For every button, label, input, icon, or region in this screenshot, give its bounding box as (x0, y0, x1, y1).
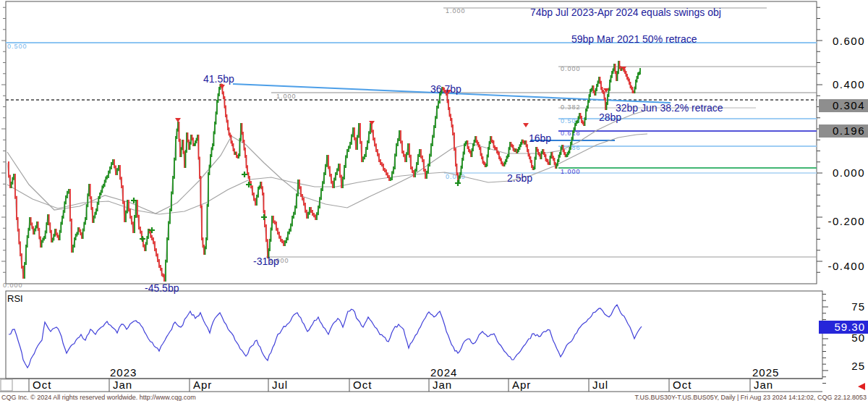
price-axis-label: 0.196 (833, 124, 865, 137)
chart-annotation[interactable]: -45.5bp (145, 282, 179, 294)
chart-annotation[interactable]: 74bp Jul 2023-Apr 2024 equals swings obj (530, 7, 721, 18)
scroll-left-arrow-icon[interactable] (858, 383, 865, 390)
year-label: 2023 (110, 366, 137, 379)
year-label: 2025 (752, 366, 779, 379)
fib-level-label[interactable]: 0.500 (7, 43, 27, 50)
status-bar: CQG Inc. © 2024 All rights reserved worl… (0, 393, 868, 401)
chart-canvas: 0.5001.0000.0001.0000.3820.5000.6180.786… (0, 0, 868, 393)
month-label: Jul (592, 379, 608, 391)
month-label: Oct (33, 379, 51, 391)
rsi-axis-label: 75 (851, 300, 865, 313)
price-axis-label: 0.600 (833, 35, 865, 47)
month-label: Jan (433, 379, 452, 391)
price-axis-label: 0.304 (833, 99, 865, 111)
price-axis[interactable]: 0.6000.4000.3040.1960.000-0.200-0.400 (1, 7, 868, 272)
chart-annotation[interactable]: 2.5bp (507, 172, 532, 184)
chart-annotation[interactable]: 32bp Jun 38.2% retrace (616, 102, 723, 114)
chart-annotation[interactable]: 36.7bp (430, 83, 461, 95)
chart-annotations[interactable]: 74bp Jul 2023-Apr 2024 equals swings obj… (145, 7, 723, 294)
fib-level-label[interactable]: 0.000 (561, 65, 581, 72)
month-label: Jan (113, 379, 132, 391)
fib-level-label[interactable]: 1.000 (276, 93, 297, 100)
copyright-text: CQG Inc. © 2024 All rights reserved worl… (0, 394, 196, 401)
panel-frames (6, 1, 822, 379)
chart-annotation[interactable]: 41.5bp (203, 73, 234, 85)
buy-plus-icon[interactable] (242, 172, 247, 177)
corner-box[interactable] (1, 379, 12, 391)
buy-plus-icon[interactable] (455, 180, 461, 186)
chart-annotation[interactable]: -31bp (253, 256, 279, 267)
fib-level-label[interactable]: 0.000 (3, 282, 23, 289)
fib-level-label[interactable]: 0.382 (561, 104, 581, 111)
rsi-current-value: 59.30 (834, 321, 865, 333)
rsi-line (9, 305, 642, 368)
month-label: Oct (673, 379, 692, 391)
price-axis-label: 0.400 (833, 78, 865, 90)
month-label: Apr (512, 379, 531, 391)
price-axis-label: -0.400 (827, 260, 865, 272)
fib-level-label[interactable]: 0.618 (561, 130, 581, 137)
year-label: 2024 (430, 366, 457, 379)
month-label: Oct (353, 379, 372, 391)
fib-and-user-lines[interactable] (6, 8, 817, 257)
price-connector (7, 62, 640, 280)
cqg-chart-window: 0.5001.0000.0001.0000.3820.5000.6180.786… (0, 0, 868, 401)
rsi-title: RSI (7, 293, 23, 304)
chart-annotation[interactable]: 59bp Mar 2021 50% retrace (571, 33, 697, 45)
fib-level-label[interactable]: 1.000 (446, 7, 466, 14)
chart-annotation[interactable]: 16bp (529, 132, 551, 144)
sell-arrow-icon[interactable] (523, 123, 529, 127)
fib-level-label[interactable]: 1.000 (561, 168, 581, 175)
x-axis[interactable]: OctJanAprJulOctJanAprJulOctJan2023202420… (0, 366, 865, 392)
month-label: Jul (272, 379, 288, 391)
symbol-session-text: T.US.BUS30Y-T.US.BUS05Y, Daily | Fri Aug… (634, 394, 868, 401)
ma-line-2 (7, 134, 647, 214)
rsi-axis-label: 25 (851, 360, 865, 372)
price-series (7, 62, 640, 280)
month-label: Jan (754, 379, 773, 391)
buy-plus-icon[interactable] (261, 214, 267, 220)
sell-arrow-icon[interactable] (175, 118, 181, 122)
chart-annotation[interactable]: 28bp (599, 111, 621, 123)
buy-plus-icon[interactable] (140, 236, 145, 242)
month-label: Apr (193, 379, 212, 391)
price-axis-label: -0.200 (827, 215, 865, 227)
price-axis-label: 0.000 (833, 166, 865, 179)
